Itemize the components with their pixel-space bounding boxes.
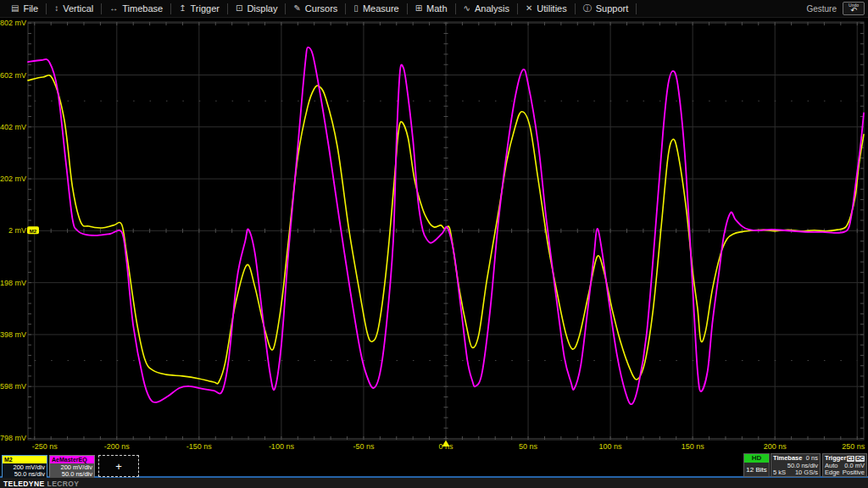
y-axis-label: -198 mV (0, 279, 26, 287)
menu-item-file[interactable]: ▤File (3, 0, 46, 17)
x-axis-label: 150 ns (682, 442, 705, 451)
trace-tdiv: 50.0 ns/div (14, 471, 45, 478)
y-axis-label: 802 mV (0, 19, 26, 27)
logo-primary: TELEDYNE (3, 480, 45, 488)
menu-item-label: Support (596, 3, 629, 14)
trigger-coupling-badge: DC (855, 456, 865, 462)
timebase-rate: 10 GS/s (795, 469, 818, 477)
menu-item-display[interactable]: ⊡Display (228, 0, 285, 17)
support-icon: ⓘ (583, 4, 592, 13)
trace-tdiv: 50.0 ns/div (62, 471, 92, 478)
y-axis-label: 2 mV (8, 226, 26, 235)
trigger-source-badge: C1 (847, 456, 855, 462)
display-icon: ⊡ (236, 4, 242, 13)
y-axis-label: 402 mV (0, 123, 26, 131)
y-axis-label: -598 mV (0, 382, 26, 391)
gesture-label: Gesture (806, 4, 837, 14)
x-axis-label: 100 ns (599, 442, 623, 451)
menu-item-label: Math (426, 3, 447, 14)
trigger-box[interactable]: Trigger C1 DC Auto 0.0 mV Edge Positive (822, 453, 867, 477)
menu-separator (636, 3, 637, 14)
cursors-icon: ✎ (293, 4, 300, 13)
y-axis-label: 202 mV (0, 175, 26, 183)
trace-box-m2[interactable]: M2200 mV/div50.0 ns/div (2, 455, 47, 477)
timebase-icon: ↔ (109, 4, 118, 13)
hd-badge: HD (744, 454, 769, 463)
trace-box-body: 200 mV/div50.0 ns/div (50, 463, 94, 478)
trace-box-body: 200 mV/div50.0 ns/div (3, 463, 47, 478)
x-axis-label: -200 ns (104, 442, 131, 451)
x-axis-label: 250 ns (842, 442, 865, 451)
measure-icon: ▯ (353, 4, 359, 13)
menu-item-analysis[interactable]: ∿Analysis (456, 0, 517, 17)
x-axis-label: -250 ns (32, 442, 58, 451)
bottom-brand-strip: TELEDYNELECROY (0, 476, 868, 488)
math-icon: ⊞ (415, 4, 422, 13)
hd-mode-box[interactable]: HD 12 Bits (743, 453, 770, 477)
y-axis-label: -398 mV (0, 330, 26, 339)
menu-item-timebase[interactable]: ↔Timebase (102, 0, 170, 17)
menu-item-label: Display (247, 3, 277, 14)
scope-graticule: 802 mV602 mV402 mV202 mV2 mV-198 mV-398 … (0, 0, 868, 488)
y-axis-label: 602 mV (0, 71, 26, 80)
trigger-slope: Positive (843, 469, 865, 477)
menu-bar: ▤File↕Vertical↔Timebase↥Trigger⊡Display✎… (0, 0, 868, 18)
menu-item-utilities[interactable]: ✕Utilities (518, 0, 575, 17)
menu-item-label: Cursors (305, 3, 338, 14)
logo-secondary: LECROY (47, 480, 80, 488)
menu-right: Gesture Undo ↶ (806, 0, 865, 17)
trigger-type: Edge (825, 469, 840, 477)
menu-item-label: Vertical (63, 3, 93, 14)
hd-bits: 12 Bits (744, 463, 769, 476)
undo-button[interactable]: Undo ↶ (843, 2, 865, 15)
menu-item-label: Trigger (191, 3, 220, 14)
graticule-grid (28, 22, 864, 440)
vertical-icon: ↕ (54, 4, 58, 13)
teledyne-lecroy-logo: TELEDYNELECROY (3, 480, 79, 488)
x-axis-label: -150 ns (186, 442, 213, 451)
x-axis-label: 200 ns (764, 442, 787, 451)
menu-item-label: File (23, 3, 38, 14)
menu-item-vertical[interactable]: ↕Vertical (47, 0, 101, 17)
trace-box-header: M2 (3, 456, 47, 463)
undo-icon: ↶ (850, 7, 857, 14)
x-axis-label: 50 ns (519, 442, 538, 451)
menu-item-label: Analysis (475, 3, 509, 14)
x-axis-label: -100 ns (269, 442, 295, 451)
menu-item-label: Timebase (122, 3, 163, 14)
menu-item-label: Measure (363, 3, 399, 14)
menu-item-measure[interactable]: ▯Measure (346, 0, 406, 17)
x-axis-label: -50 ns (353, 442, 375, 451)
trace-box-header: AeMasterEQ (50, 456, 94, 463)
timebase-box[interactable]: Timebase 0 ns 50.0 ns/div 5 kS 10 GS/s (771, 453, 821, 477)
utilities-icon: ✕ (526, 4, 532, 13)
add-trace-button[interactable]: + (98, 455, 139, 477)
menu-items: ▤File↕Vertical↔Timebase↥Trigger⊡Display✎… (0, 0, 637, 17)
menu-item-support[interactable]: ⓘSupport (576, 0, 637, 17)
menu-item-cursors[interactable]: ✎Cursors (286, 0, 345, 17)
menu-item-trigger[interactable]: ↥Trigger (171, 0, 227, 17)
trace-descriptor-row: M2200 mV/div50.0 ns/divAeMasterEQ200 mV/… (2, 455, 139, 477)
menu-item-label: Utilities (537, 3, 566, 14)
oscilloscope-app: 802 mV602 mV402 mV202 mV2 mV-198 mV-398 … (0, 0, 868, 488)
trace-box-aemastereq[interactable]: AeMasterEQ200 mV/div50.0 ns/div (49, 455, 95, 477)
m2-level-marker-label: M2 (30, 229, 37, 234)
analysis-icon: ∿ (464, 4, 470, 13)
menu-item-math[interactable]: ⊞Math (408, 0, 455, 17)
add-trace-label: + (115, 460, 122, 473)
file-icon: ▤ (11, 4, 19, 13)
channel-boxes: M2200 mV/div50.0 ns/divAeMasterEQ200 mV/… (2, 455, 95, 477)
timebase-samples: 5 kS (773, 469, 786, 477)
trigger-badges: C1 DC (847, 456, 865, 462)
y-axis-label: -798 mV (0, 434, 26, 442)
trigger-icon: ↥ (179, 4, 186, 13)
